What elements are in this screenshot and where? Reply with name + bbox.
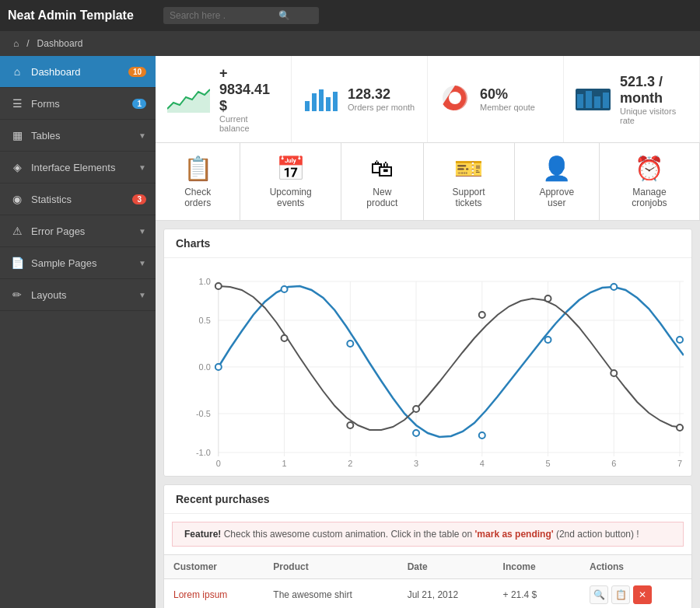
sidebar-item-forms[interactable]: ☰ Forms 1 <box>0 88 156 120</box>
svg-rect-10 <box>586 91 592 108</box>
sine-chart-svg: 1.0 0.5 0.0 -0.5 -1.0 0 1 2 3 4 5 6 7 <box>172 266 684 468</box>
manage-cronjobs-icon: ⏰ <box>635 155 663 182</box>
topbar: Neat Admin Template 🔍 <box>0 0 700 31</box>
svg-point-54 <box>677 425 683 431</box>
feature-notice-bold: Feature! <box>184 529 221 540</box>
purchases-table: Customer Product Date Income Actions Lor… <box>164 554 691 608</box>
sidebar-badge-statistics: 3 <box>132 194 146 204</box>
recent-purchases-section: Recent purchases Feature! Check this awe… <box>163 484 692 608</box>
sidebar-badge-forms: 1 <box>132 99 146 109</box>
svg-point-44 <box>545 337 551 343</box>
stat-balance-label: Current balance <box>219 114 279 133</box>
action-check-orders[interactable]: 📋 Check orders <box>156 143 240 220</box>
stat-member: 60% Member qoute <box>428 56 564 142</box>
approve-user-icon: 👤 <box>542 155 571 182</box>
home-icon: ⌂ <box>9 64 25 79</box>
stat-balance-text: + 9834.41 $ Current balance <box>219 65 279 133</box>
svg-text:1: 1 <box>282 459 287 468</box>
stat-member-value: 60% <box>480 86 535 103</box>
charts-title: Charts <box>164 229 691 258</box>
svg-text:-1.0: -1.0 <box>196 448 211 457</box>
col-actions: Actions <box>580 555 691 579</box>
feature-notice-text: Check this awesome custom animation. Cli… <box>224 529 475 540</box>
breadcrumb-current: Dashboard <box>37 38 83 49</box>
action-manage-cronjobs[interactable]: ⏰ Manage cronjobs <box>600 143 700 220</box>
breadcrumb-home[interactable]: ⌂ <box>13 38 19 49</box>
svg-point-48 <box>282 335 288 341</box>
sidebar-label-layouts: Layouts <box>31 289 135 301</box>
svg-text:5: 5 <box>545 459 550 468</box>
action-approve-user[interactable]: 👤 Approve user <box>515 143 600 220</box>
sidebar-item-tables[interactable]: ▦ Tables ▼ <box>0 120 156 152</box>
svg-text:0: 0 <box>216 459 221 468</box>
action-new-product[interactable]: 🛍 New product <box>341 143 424 220</box>
search-input[interactable] <box>170 10 278 21</box>
feature-notice-suffix: (2nd action button) ! <box>556 529 639 540</box>
svg-point-39 <box>215 364 222 370</box>
sidebar-item-interface-elements[interactable]: ◈ Interface Elements ▼ <box>0 152 156 183</box>
delete-btn[interactable]: ✕ <box>633 585 652 604</box>
customer-link[interactable]: Lorem ipsum <box>173 589 227 600</box>
svg-text:-0.5: -0.5 <box>196 409 211 418</box>
interface-icon: ◈ <box>9 159 25 175</box>
chevron-down-icon: ▼ <box>138 227 146 236</box>
sidebar-item-layouts[interactable]: ✏ Layouts ▼ <box>0 279 156 311</box>
stat-visitors: 521.3 / month Unique visitors rate <box>564 56 700 142</box>
support-tickets-icon: 🎫 <box>454 155 483 182</box>
svg-point-46 <box>677 337 683 343</box>
svg-point-42 <box>413 430 419 436</box>
svg-rect-4 <box>326 97 331 111</box>
sidebar-label-dashboard: Dashboard <box>31 66 128 78</box>
orders-chart-icon <box>303 86 338 113</box>
search-box[interactable]: 🔍 <box>163 7 319 24</box>
sidebar-item-dashboard[interactable]: ⌂ Dashboard 10 <box>0 56 156 88</box>
check-orders-icon: 📋 <box>184 155 212 182</box>
col-customer: Customer <box>164 555 264 579</box>
action-upcoming-events-label: Upcoming events <box>256 187 325 208</box>
svg-point-52 <box>545 295 551 302</box>
stat-member-label: Member qoute <box>480 103 535 112</box>
col-product: Product <box>264 555 397 579</box>
stat-orders: 128.32 Orders per month <box>292 56 428 142</box>
action-new-product-label: New product <box>357 187 408 208</box>
action-upcoming-events[interactable]: 📅 Upcoming events <box>240 143 341 220</box>
sidebar-item-sample-pages[interactable]: 📄 Sample Pages ▼ <box>0 247 156 279</box>
sidebar-label-tables: Tables <box>31 130 135 142</box>
svg-point-45 <box>611 284 617 290</box>
charts-section: Charts <box>163 229 692 477</box>
search-icon: 🔍 <box>278 10 290 21</box>
sample-icon: 📄 <box>9 255 25 271</box>
statistics-icon: ◉ <box>9 191 25 207</box>
stat-visitors-text: 521.3 / month Unique visitors rate <box>620 74 688 125</box>
stat-orders-value: 128.32 <box>348 86 415 103</box>
chevron-down-icon: ▼ <box>138 163 146 172</box>
svg-text:0.0: 0.0 <box>199 362 211 372</box>
action-manage-cronjobs-label: Manage cronjobs <box>615 187 684 208</box>
purchases-table-header: Customer Product Date Income Actions <box>164 555 691 579</box>
quick-actions: 📋 Check orders 📅 Upcoming events 🛍 New p… <box>156 143 700 221</box>
sidebar-badge-dashboard: 10 <box>128 67 146 77</box>
svg-marker-0 <box>167 89 210 113</box>
edit-btn[interactable]: 📋 <box>611 585 630 604</box>
stat-balance: + 9834.41 $ Current balance <box>156 56 292 142</box>
svg-rect-2 <box>312 93 317 111</box>
layouts-icon: ✏ <box>9 287 25 302</box>
sidebar-label-statistics: Statistics <box>31 194 132 205</box>
col-date: Date <box>398 555 494 579</box>
sidebar-item-error-pages[interactable]: ⚠ Error Pages ▼ <box>0 215 156 247</box>
chart-container: 1.0 0.5 0.0 -0.5 -1.0 0 1 2 3 4 5 6 7 <box>164 258 691 476</box>
sidebar-item-statistics[interactable]: ◉ Statistics 3 <box>0 183 156 215</box>
row-actions: 🔍 📋 ✕ <box>590 585 682 604</box>
breadcrumb: ⌂ / Dashboard <box>0 31 700 56</box>
svg-point-49 <box>347 422 353 428</box>
tables-icon: ▦ <box>9 128 25 143</box>
view-btn[interactable]: 🔍 <box>590 585 608 604</box>
feature-notice: Feature! Check this awesome custom anima… <box>172 522 684 547</box>
stat-visitors-value: 521.3 / month <box>620 74 688 107</box>
action-support-tickets-label: Support tickets <box>439 187 499 208</box>
svg-point-47 <box>215 283 222 289</box>
svg-text:7: 7 <box>677 459 682 468</box>
svg-point-40 <box>282 286 288 292</box>
svg-rect-3 <box>319 89 324 111</box>
action-support-tickets[interactable]: 🎫 Support tickets <box>424 143 515 220</box>
